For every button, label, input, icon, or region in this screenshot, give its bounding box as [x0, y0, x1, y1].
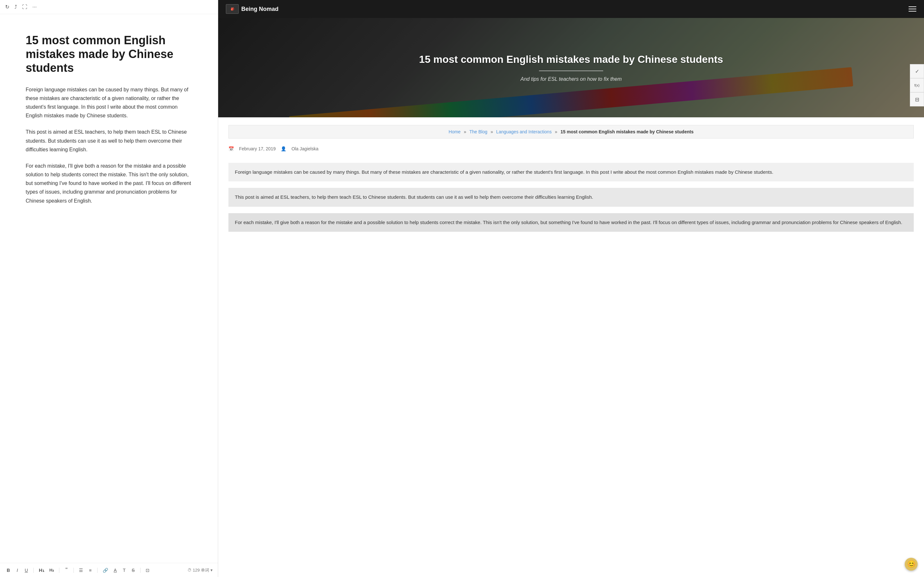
font-button[interactable]: T: [121, 567, 128, 574]
left-article-content: 15 most common English mistakes made by …: [0, 14, 218, 563]
divider-3: [73, 568, 74, 573]
top-toolbar: ↻ ⤴ ⛶ ···: [0, 0, 218, 14]
hero-overlay: 15 most common English mistakes made by …: [218, 18, 924, 117]
breadcrumb-sep-1: »: [464, 129, 467, 134]
underline-button[interactable]: U: [23, 567, 29, 574]
article-paragraph-2: This post is aimed at ESL teachers, to h…: [26, 127, 192, 154]
italic-button[interactable]: I: [14, 567, 21, 574]
breadcrumb: Home » The Blog » Languages and Interact…: [228, 125, 914, 139]
hamburger-line-3: [909, 11, 916, 11]
text-color-button[interactable]: A: [112, 567, 118, 574]
stack-icon: ⊟: [915, 97, 919, 103]
strikethrough-button[interactable]: S: [130, 567, 136, 574]
clock-icon: ⏱: [187, 568, 192, 572]
list-bullet-button[interactable]: ☰: [78, 567, 84, 574]
word-count-label: 129 单词: [193, 567, 209, 573]
hero-subtitle: And tips for ESL teachers on how to fix …: [520, 76, 622, 82]
breadcrumb-home[interactable]: Home: [449, 129, 460, 134]
web-paragraph-1: Foreign language mistakes can be caused …: [228, 163, 914, 181]
calendar-icon: 📅: [228, 146, 234, 151]
divider-1: [33, 568, 34, 573]
share-icon[interactable]: ⤴: [15, 4, 17, 10]
link-button[interactable]: 🔗: [102, 567, 110, 574]
formula-icon: f(x): [914, 83, 919, 87]
site-logo: 🎒 Being Nomad: [226, 4, 278, 14]
word-count-arrow[interactable]: ▾: [210, 568, 213, 572]
emoji-badge[interactable]: 😊: [905, 558, 918, 571]
post-author: Ola Jagielska: [291, 146, 318, 151]
article-title: 15 most common English mistakes made by …: [26, 33, 192, 75]
site-header: 🎒 Being Nomad: [218, 0, 924, 18]
breadcrumb-blog[interactable]: The Blog: [469, 129, 487, 134]
h1-button[interactable]: H₁: [37, 567, 45, 574]
breadcrumb-sep-2: »: [491, 129, 493, 134]
breadcrumb-sep-3: »: [555, 129, 557, 134]
breadcrumb-category[interactable]: Languages and Interactions: [496, 129, 552, 134]
refresh-icon[interactable]: ↻: [5, 4, 9, 10]
check-button[interactable]: ✓: [910, 64, 924, 78]
image-button[interactable]: ⊡: [144, 567, 151, 574]
check-icon: ✓: [915, 68, 919, 74]
expand-icon[interactable]: ⛶: [22, 4, 27, 10]
article-paragraph-1: Foreign language mistakes can be caused …: [26, 85, 192, 120]
formula-button[interactable]: f(x): [910, 78, 924, 92]
article-body: Foreign language mistakes can be caused …: [26, 85, 192, 205]
emoji-icon: 😊: [907, 560, 916, 568]
post-meta: 📅 February 17, 2019 👤 Ola Jagielska: [228, 146, 914, 155]
left-editor-panel: ↻ ⤴ ⛶ ··· 15 most common English mistake…: [0, 0, 218, 577]
right-website-preview: 🎒 Being Nomad 15 most common English mis…: [218, 0, 924, 577]
logo-icon: 🎒: [226, 4, 239, 14]
hero-title: 15 most common English mistakes made by …: [419, 53, 723, 65]
logo-icon-text: 🎒: [231, 7, 234, 11]
format-toolbar: B I U H₁ H₂ " ☰ ≡ 🔗 A T S ⊡ ⏱ 129 单词 ▾: [0, 563, 218, 577]
author-icon: 👤: [281, 146, 286, 151]
logo-text: Being Nomad: [241, 6, 278, 13]
hero-divider: [539, 71, 603, 71]
article-web-content: Home » The Blog » Languages and Interact…: [218, 117, 924, 246]
hero-section: 15 most common English mistakes made by …: [218, 18, 924, 117]
hamburger-line-1: [909, 6, 916, 7]
stack-button[interactable]: ⊟: [910, 92, 924, 106]
more-icon[interactable]: ···: [32, 4, 37, 10]
side-icon-panel: ✓ f(x) ⊟: [910, 64, 924, 106]
bold-button[interactable]: B: [5, 567, 11, 574]
hamburger-menu[interactable]: [909, 6, 916, 11]
post-date: February 17, 2019: [239, 146, 276, 151]
divider-5: [140, 568, 141, 573]
web-paragraph-2: This post is aimed at ESL teachers, to h…: [228, 188, 914, 206]
breadcrumb-current: 15 most common English mistakes made by …: [561, 129, 694, 134]
quote-button[interactable]: ": [63, 566, 69, 574]
hamburger-line-2: [909, 9, 916, 9]
word-count-area: ⏱ 129 单词 ▾: [187, 567, 213, 573]
list-number-button[interactable]: ≡: [87, 567, 94, 574]
article-paragraph-3: For each mistake, I'll give both a reaso…: [26, 161, 192, 205]
h2-button[interactable]: H₂: [48, 567, 55, 573]
web-paragraph-3: For each mistake, I'll give both a reaso…: [228, 213, 914, 232]
